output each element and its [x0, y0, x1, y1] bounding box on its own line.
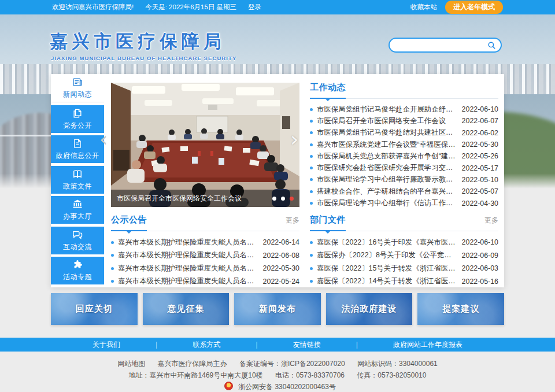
sidebar: 新闻动态 党务公开 政府信息公开 政策文件 办事大厅 互动交流: [51, 74, 104, 287]
list-item[interactable]: 市医保局党组书记马俊华赴企开展助企纾困活动2022-06-10: [310, 103, 498, 115]
search-icon[interactable]: [487, 41, 496, 50]
bullet-icon: [111, 254, 114, 257]
banner-law-gov-construction[interactable]: 法治政府建设: [326, 293, 413, 325]
list-item[interactable]: 市医保局党组书记马俊华赴结对共建社区指导全国文...2022-06-02: [310, 127, 498, 139]
document-list: 嘉医保〔2022〕16号关于印发《嘉兴市医疗保...2022-06-10 嘉医保…: [310, 236, 498, 288]
sidebar-item-label: 党务公开: [63, 121, 92, 131]
sidebar-item-label: 新闻动态: [63, 90, 92, 99]
favorite-link[interactable]: 收藏本站: [410, 3, 437, 12]
sidebar-item-label: 政府信息公开: [56, 151, 99, 161]
section-header: 工作动态: [310, 82, 498, 99]
chevron-right-icon[interactable]: ›: [290, 131, 298, 148]
footer-line-2: 地址：嘉兴市中环南路1469号中南大厦10楼 电话：0573-83370706 …: [0, 369, 555, 381]
bullet-icon: [111, 280, 114, 283]
sidebar-item-service-hall[interactable]: 办事大厅: [51, 196, 104, 224]
item-title[interactable]: 嘉兴市本级长期护理保险重度失能人员名单公示（2...: [118, 250, 263, 260]
item-title[interactable]: 嘉兴市本级长期护理保险重度失能人员名单公示（2...: [118, 238, 263, 247]
section-title-underline: [310, 230, 346, 231]
list-item[interactable]: 市医保局机关党总支部获评嘉兴市争创“建设清廉机...2022-05-26: [310, 150, 498, 162]
banner-opinion-collection[interactable]: 意见征集: [143, 293, 230, 325]
site-logo-subtitle: JIAXING MUNICIPAL BUREAU OF HEALTHCARE S…: [51, 55, 236, 61]
police-badge-icon: [224, 382, 233, 390]
list-item[interactable]: 嘉兴市本级长期护理保险重度失能人员名单公示（2...2022-06-08: [111, 249, 299, 262]
section-title: 公示公告: [111, 215, 147, 225]
section-title: 工作动态: [310, 82, 346, 93]
item-title[interactable]: 市医保局理论学习中心组举行廉政警示教育专题学习...: [317, 175, 462, 184]
item-title[interactable]: 搭建校企合作、产学研相结合的平台嘉兴市长期护理...: [317, 187, 462, 197]
item-title[interactable]: 嘉医保〔2022〕14号关于转发《浙江省医疗保...: [317, 276, 462, 286]
list-item[interactable]: 嘉医保办〔2022〕8号关于印发《公平竞争审查...2022-06-09: [310, 249, 498, 262]
sidebar-item-activities[interactable]: 活动专题: [51, 257, 104, 284]
book-icon: [72, 168, 83, 180]
elder-mode-button[interactable]: 进入老年模式: [445, 1, 503, 14]
banner-proposal-suggestions[interactable]: 提案建议: [417, 293, 504, 325]
bullet-icon: [310, 167, 313, 169]
item-date: 2022-04-30: [462, 199, 498, 208]
bullet-icon: [310, 143, 313, 146]
item-date: 2022-05-30: [462, 140, 498, 149]
item-title[interactable]: 嘉医保办〔2022〕8号关于印发《公平竞争审查...: [317, 250, 462, 260]
item-date: 2022-06-09: [462, 252, 498, 260]
item-date: 2022-06-03: [462, 264, 498, 272]
list-item[interactable]: 嘉医保〔2022〕15号关于转发《浙江省医疗保...2022-06-03: [310, 262, 498, 275]
item-title[interactable]: 嘉医保〔2022〕16号关于印发《嘉兴市医疗保...: [317, 238, 462, 247]
sidebar-item-gov-info[interactable]: 政府信息公开: [51, 135, 104, 163]
item-title[interactable]: 市医保局党组书记马俊华赴企开展助企纾困活动: [317, 105, 462, 114]
banner-respond-concerns[interactable]: 回应关切: [51, 293, 138, 325]
banner-label: 回应关切: [76, 304, 113, 315]
banner-press-release[interactable]: 新闻发布: [234, 293, 321, 325]
list-item[interactable]: 嘉兴市医保系统党建工作会议暨“幸福医保”党建联...2022-05-30: [310, 139, 498, 150]
login-link[interactable]: 登录: [248, 3, 261, 12]
item-title[interactable]: 市医保局理论学习中心组举行《信访工作条例》专题...: [317, 198, 462, 208]
search-input[interactable]: [397, 40, 487, 50]
puzzle-icon: [72, 259, 83, 271]
today-date: 今天是: 2022年6月15日 星期三: [145, 3, 236, 12]
footer-nav-about[interactable]: 关于我们: [92, 340, 120, 350]
list-item[interactable]: 嘉医保〔2022〕14号关于转发《浙江省医疗保...2022-05-16: [310, 275, 498, 289]
bullet-icon: [310, 241, 313, 244]
list-item[interactable]: 市医保研究会赴省医保研究会开展学习交流活动2022-05-17: [310, 162, 498, 173]
list-item[interactable]: 搭建校企合作、产学研相结合的平台嘉兴市长期护理...2022-05-07: [310, 186, 498, 197]
sidebar-item-interaction[interactable]: 互动交流: [51, 227, 104, 254]
carousel[interactable]: 市医保局召开全市医保网络安全工作会议: [111, 83, 299, 207]
carousel-image-meeting-room: [111, 83, 299, 207]
item-title[interactable]: 市医保局召开全市医保网络安全工作会议: [317, 116, 462, 126]
item-title[interactable]: 嘉医保〔2022〕15号关于转发《浙江省医疗保...: [317, 264, 462, 273]
list-item[interactable]: 嘉医保〔2022〕16号关于印发《嘉兴市医疗保...2022-06-10: [310, 236, 498, 249]
pages-icon: [72, 108, 83, 119]
carousel-dot-3-active[interactable]: [290, 197, 294, 201]
list-item[interactable]: 嘉兴市本级长期护理保险重度失能人员名单公示（2...2022-05-24: [111, 275, 299, 289]
carousel-caption[interactable]: 市医保局召开全市医保网络安全工作会议: [117, 194, 242, 204]
sidebar-item-label: 互动交流: [63, 242, 92, 252]
carousel-dot-1[interactable]: [272, 197, 276, 201]
more-link[interactable]: 更多: [484, 216, 498, 225]
item-title[interactable]: 市医保局党组书记马俊华赴结对共建社区指导全国文...: [317, 128, 462, 138]
item-date: 2022-05-26: [462, 152, 498, 160]
list-item[interactable]: 市医保局理论学习中心组举行廉政警示教育专题学习...2022-05-10: [310, 174, 498, 186]
list-item[interactable]: 市医保局召开全市医保网络安全工作会议2022-06-07: [310, 115, 498, 127]
item-title[interactable]: 嘉兴市医保系统党建工作会议暨“幸福医保”党建联...: [317, 140, 462, 150]
item-title[interactable]: 市医保局机关党总支部获评嘉兴市争创“建设清廉机...: [317, 151, 462, 161]
list-item[interactable]: 嘉兴市本级长期护理保险重度失能人员名单公示（2...2022-05-30: [111, 262, 299, 275]
bullet-icon: [310, 280, 313, 283]
footer-nav-annual-report[interactable]: 政府网站工作年度报表: [393, 340, 462, 350]
sidebar-item-news[interactable]: 新闻动态: [51, 74, 104, 102]
sidebar-item-party-affairs[interactable]: 党务公开: [51, 105, 104, 133]
chevron-left-icon[interactable]: ‹: [99, 131, 108, 148]
welcome-text: 欢迎访问嘉兴市医疗保障局!: [52, 3, 134, 12]
police-record-link[interactable]: 浙公网安备 33040202000463号: [238, 383, 336, 391]
section-notices: 公示公告 更多 嘉兴市本级长期护理保险重度失能人员名单公示（2...2022-0…: [111, 215, 299, 288]
list-item[interactable]: 嘉兴市本级长期护理保险重度失能人员名单公示（2...2022-06-14: [111, 236, 299, 249]
item-title[interactable]: 嘉兴市本级长期护理保险重度失能人员名单公示（2...: [118, 264, 263, 273]
item-title[interactable]: 嘉兴市本级长期护理保险重度失能人员名单公示（2...: [118, 276, 263, 286]
sidebar-item-policy-files[interactable]: 政策文件: [51, 166, 104, 194]
item-title[interactable]: 市医保研究会赴省医保研究会开展学习交流活动: [317, 163, 462, 173]
footer-nav-contact[interactable]: 联系方式: [193, 340, 220, 350]
section-work-news: 工作动态 市医保局党组书记马俊华赴企开展助企纾困活动2022-06-10 市医保…: [310, 82, 498, 209]
sitemap-link[interactable]: 网站地图: [117, 360, 145, 368]
list-item[interactable]: 市医保局理论学习中心组举行《信访工作条例》专题...2022-04-30: [310, 197, 498, 209]
bullet-icon: [111, 241, 114, 244]
footer-nav-links[interactable]: 友情链接: [293, 340, 321, 350]
carousel-dot-2[interactable]: [281, 197, 285, 201]
more-link[interactable]: 更多: [286, 216, 299, 225]
